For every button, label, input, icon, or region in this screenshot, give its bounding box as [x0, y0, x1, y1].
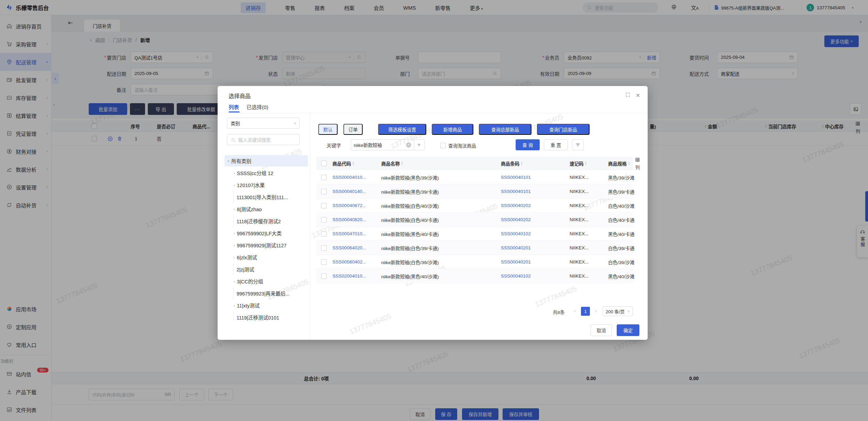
prev-page-icon[interactable]: ‹	[574, 308, 575, 313]
caret-right-icon[interactable]: ›	[231, 231, 237, 235]
tree-node-5[interactable]: 1118|迁移缓存测试2	[218, 215, 310, 227]
tab-list[interactable]: 列表	[229, 103, 239, 110]
add-keyword-button[interactable]: +	[414, 139, 425, 150]
product-mnemonic: NIIKEX...	[570, 213, 589, 227]
product-code-link[interactable]: SSS00040672...	[332, 198, 366, 213]
tree-node-4[interactable]: ›8|测试zhao	[218, 203, 310, 215]
tree-node-7[interactable]: ›9967599929|测试1127	[218, 239, 310, 251]
product-col-0[interactable]: 商品代码▲▼	[332, 156, 354, 170]
row-checkbox[interactable]	[321, 198, 327, 213]
clear-icon[interactable]: ✕	[406, 142, 411, 148]
product-code-link[interactable]: SSS02004010...	[332, 269, 366, 283]
caret-right-icon[interactable]: ›	[231, 255, 237, 259]
fullscreen-icon[interactable]	[625, 92, 630, 97]
tree-node-1[interactable]: ›SSSS|cc分组 12	[218, 167, 310, 179]
modal-confirm-button[interactable]: 确定	[617, 324, 639, 336]
product-col-2[interactable]: 商品条码▲▼	[501, 156, 523, 170]
product-mnemonic: NIIKEX...	[570, 170, 589, 184]
product-name: niike新款短袖(黑色/39/卡通)	[381, 184, 439, 198]
tree-node-3[interactable]: 1113001|导入类别111...	[218, 191, 310, 203]
product-barcode-link[interactable]: SSS00040201	[501, 241, 531, 255]
query-button[interactable]: 查 询	[516, 139, 540, 150]
filter-button-2[interactable]: 筛选模板设置	[378, 124, 426, 135]
obsolete-filter[interactable]: 查询淘汰商品	[440, 142, 476, 149]
product-code-link[interactable]: SSS00560402...	[332, 255, 366, 269]
tree-line	[233, 312, 234, 321]
product-barcode-link[interactable]: SSS00040202	[501, 198, 531, 213]
caret-right-icon[interactable]: ›	[231, 171, 237, 175]
column-settings-tool[interactable]: 列	[635, 157, 640, 170]
product-spec: 白色/40/沙滩	[608, 198, 635, 213]
product-row-7: SSS02004010...niike新款短袖(黑色/40/沙滩)SSS0004…	[316, 269, 633, 283]
caret-right-icon[interactable]: ›	[231, 303, 237, 307]
filter-button-5[interactable]: 查询门店新品	[537, 124, 590, 135]
page-size-select[interactable]: 200 条/页˅	[603, 306, 633, 316]
tree-line	[233, 191, 234, 203]
caret-right-icon[interactable]: ›	[231, 183, 237, 187]
row-checkbox[interactable]	[321, 255, 327, 269]
row-checkbox[interactable]	[321, 184, 327, 198]
caret-right-icon[interactable]: ›	[231, 279, 237, 283]
product-row-6: SSS00560402...niike新款短袖(白色/39/沙滩)SSS0004…	[316, 255, 633, 269]
row-checkbox[interactable]	[321, 170, 327, 184]
select-all-checkbox[interactable]	[321, 156, 327, 170]
product-code-link[interactable]: SSS00047010...	[332, 227, 366, 241]
obsolete-checkbox[interactable]	[440, 143, 446, 148]
row-checkbox[interactable]	[321, 227, 327, 241]
grid-icon	[635, 157, 640, 162]
product-col-1[interactable]: 商品名称▲▼	[381, 156, 403, 170]
tree-node-2[interactable]: ›120107|水果	[218, 179, 310, 191]
product-barcode-link[interactable]: SSS00040101	[501, 170, 531, 184]
page-number[interactable]: 1	[581, 307, 590, 316]
row-checkbox[interactable]	[321, 241, 327, 255]
modal-cancel-button[interactable]: 取消	[591, 324, 612, 336]
tree-node-10[interactable]: ›3|CC的分组	[218, 275, 310, 287]
caret-down-icon[interactable]: ˅	[226, 159, 231, 163]
keyword-label: 关键字	[327, 142, 341, 149]
product-row-3: SSS00040820...niike新款短袖(白色/40/卡通)SSS0004…	[316, 213, 633, 227]
reset-button[interactable]: 重 置	[544, 139, 568, 150]
product-mnemonic: NIIKEX...	[570, 241, 589, 255]
tree-node-13[interactable]: 1119|迁移测试0101	[218, 311, 310, 321]
product-code-link[interactable]: SSS00064020...	[332, 241, 366, 255]
product-barcode-link[interactable]: SSS00040102	[501, 227, 531, 241]
product-name: niike新款短袖(黑色/39/沙滩)	[381, 170, 439, 184]
filter-history-button[interactable]	[572, 139, 584, 150]
keyword-input[interactable]: niike新款短袖 ✕	[351, 139, 414, 150]
tree-node-9[interactable]: 2|zj测试	[218, 263, 310, 275]
tree-node-8[interactable]: ›6|zlx测试	[218, 251, 310, 263]
tree-node-6[interactable]: ›9967599902|LF大类	[218, 227, 310, 239]
tree-line	[233, 215, 234, 227]
close-icon[interactable]: ✕	[636, 92, 640, 99]
product-name: niike新款短袖(黑色/40/沙滩)	[381, 269, 439, 283]
filter-button-3[interactable]: 新增商品	[432, 124, 473, 135]
product-barcode-link[interactable]: SSS00040102	[501, 269, 531, 283]
product-name: niike新款短袖(白色/39/沙滩)	[381, 255, 439, 269]
filter-button-1[interactable]: 订单	[343, 124, 363, 135]
row-checkbox[interactable]	[321, 269, 327, 283]
product-mnemonic: NIIKEX...	[570, 198, 589, 213]
tree-node-12[interactable]: ›11|xty测试	[218, 299, 310, 311]
product-barcode-link[interactable]: SSS00040201	[501, 255, 531, 269]
tab-selected[interactable]: 已选择(0)	[246, 103, 268, 110]
tree-line	[233, 263, 234, 275]
product-code-link[interactable]: SSS00004010...	[332, 170, 366, 184]
product-col-3[interactable]: 速记码▲▼	[570, 156, 587, 170]
product-barcode-link[interactable]: SSS00040202	[501, 213, 531, 227]
row-checkbox[interactable]	[321, 213, 327, 227]
pagination: 共8条 ‹ 1 › 200 条/页˅	[316, 306, 633, 316]
product-code-link[interactable]: SSS00040140...	[332, 184, 366, 198]
tree-node-11[interactable]: 9967599923|再来最后...	[218, 287, 310, 299]
product-spec: 黑色/39/沙滩	[608, 170, 635, 184]
tree-node-0[interactable]: ˅所有类别	[218, 155, 310, 167]
caret-right-icon[interactable]: ›	[231, 243, 237, 247]
product-code-link[interactable]: SSS00040820...	[332, 213, 366, 227]
category-search-input[interactable]: 输入关键词搜索	[227, 134, 300, 145]
next-page-icon[interactable]: ›	[595, 308, 597, 313]
category-type-select[interactable]: 类别˅	[227, 118, 300, 129]
filter-button-4[interactable]: 查询总部新品	[479, 124, 531, 135]
caret-right-icon[interactable]: ›	[231, 207, 237, 211]
filter-button-0[interactable]: 默认	[318, 124, 338, 135]
product-col-4[interactable]: 商品规格▲▼	[608, 156, 630, 170]
product-barcode-link[interactable]: SSS00040101	[501, 184, 531, 198]
